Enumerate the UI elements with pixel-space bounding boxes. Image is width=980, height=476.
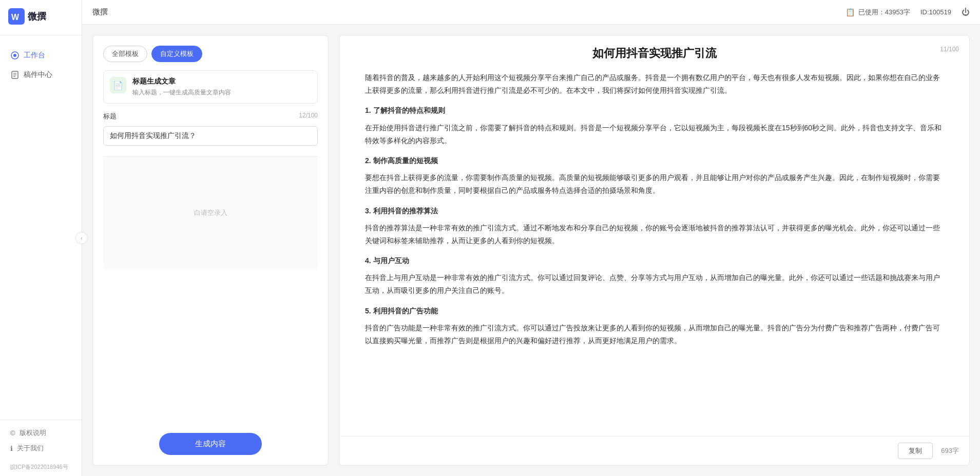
sidebar: W 微撰 工作台 稿件中心 [0,0,82,476]
template-tabs: 全部模板 自定义模板 [103,46,318,62]
title-input[interactable] [103,126,318,146]
article-title: 如何用抖音实现推广引流 [360,46,949,61]
article-paragraph-4: 要想在抖音上获得更多的流量，你需要制作高质量的短视频。高质量的短视频能够吸引更多… [365,171,944,197]
article-header: 如何用抖音实现推广引流 11/100 [339,35,969,66]
workspace-icon [10,51,20,60]
right-panel: 如何用抖音实现推广引流 11/100 随着抖音的普及，越来越多的人开始利用这个短… [339,35,970,466]
form-section: 标题 12/100 [103,112,318,146]
content-textarea-placeholder[interactable]: 白请空录入 [103,156,318,269]
word-count: 693字 [941,446,959,455]
sidebar-item-drafts[interactable]: 稿件中心 [0,65,82,85]
usage-icon: 📋 [846,8,855,17]
drafts-icon [10,70,20,80]
article-section-heading-5: 3. 利用抖音的推荐算法 [365,205,944,217]
template-name: 标题生成文章 [132,77,311,86]
article-section-heading-3: 2. 制作高质量的短视频 [365,154,944,167]
article-section-heading-7: 4. 与用户互动 [365,254,944,267]
article-paragraph-2: 在开始使用抖音进行推广引流之前，你需要了解抖音的特点和规则。抖音是一个短视频分享… [365,122,944,147]
left-panel: 全部模板 自定义模板 📄 标题生成文章 输入标题，一键生成高质量文章内容 标题 … [92,35,329,466]
template-card-icon: 📄 [110,77,126,93]
field-label-title: 标题 12/100 [103,112,318,121]
article-paragraph-8: 在抖音上与用户互动是一种非常有效的推广引流方式。你可以通过回复评论、点赞、分享等… [365,271,944,297]
about-label: 关于我们 [17,444,44,453]
topbar-right: 📋 已使用：43953字 ID:100519 ⏻ [846,8,970,17]
collapse-sidebar-button[interactable]: ‹ [75,232,88,244]
topbar: 微撰 📋 已使用：43953字 ID:100519 ⏻ [82,0,980,25]
logo-area: W 微撰 [0,0,82,35]
tab-all-templates[interactable]: 全部模板 [103,46,147,62]
copyright-label: 版权说明 [20,428,46,438]
page-counter: 11/100 [940,46,959,53]
copyright-icon: © [10,429,15,437]
article-section-heading-1: 1. 了解抖音的特点和规则 [365,104,944,117]
about-icon: ℹ [10,445,13,452]
title-counter: 12/100 [299,112,318,121]
template-card[interactable]: 📄 标题生成文章 输入标题，一键生成高质量文章内容 [103,70,318,104]
article-section-heading-9: 5. 利用抖音的广告功能 [365,305,944,318]
article-paragraph-10: 抖音的广告功能是一种非常有效的推广引流方式。你可以通过广告投放来让更多的人看到你… [365,322,944,347]
app-name: 微撰 [28,10,46,23]
logo-icon: W [8,8,25,25]
sidebar-item-workspace[interactable]: 工作台 [0,46,82,65]
content-area: 全部模板 自定义模板 📄 标题生成文章 输入标题，一键生成高质量文章内容 标题 … [82,25,980,476]
template-desc: 输入标题，一键生成高质量文章内容 [132,88,311,97]
id-label: ID:100519 [920,8,951,16]
power-icon[interactable]: ⏻ [962,8,970,17]
title-label: 标题 [103,112,117,121]
usage-label: 已使用：43953字 [858,8,910,17]
template-info: 标题生成文章 输入标题，一键生成高质量文章内容 [132,77,311,97]
usage-info: 📋 已使用：43953字 [846,8,910,17]
copy-button[interactable]: 复制 [898,443,933,459]
article-paragraph-6: 抖音的推荐算法是一种非常有效的推广引流方式。通过不断地发布和分享自己的短视频，你… [365,222,944,247]
generate-button[interactable]: 生成内容 [159,433,262,455]
svg-text:W: W [11,13,20,22]
icp-text: 皖ICP备2022018946号 [0,461,82,476]
tab-custom-templates[interactable]: 自定义模板 [151,46,202,62]
about-item[interactable]: ℹ 关于我们 [10,444,71,453]
main: 微撰 📋 已使用：43953字 ID:100519 ⏻ 全部模板 自定义模板 📄… [82,0,980,476]
sidebar-item-workspace-label: 工作台 [24,51,45,60]
nav-items: 工作台 稿件中心 [0,35,82,420]
article-paragraph-0: 随着抖音的普及，越来越多的人开始利用这个短视频分享平台来推广自己的产品或服务。抖… [365,71,944,97]
article-body[interactable]: 随着抖音的普及，越来越多的人开始利用这个短视频分享平台来推广自己的产品或服务。抖… [339,66,969,436]
svg-point-3 [13,54,16,57]
sidebar-item-drafts-label: 稿件中心 [24,70,52,80]
sidebar-footer: © 版权说明 ℹ 关于我们 [0,420,82,461]
topbar-title: 微撰 [92,7,108,17]
copyright-item[interactable]: © 版权说明 [10,428,71,438]
article-footer: 复制 693字 [339,436,969,465]
